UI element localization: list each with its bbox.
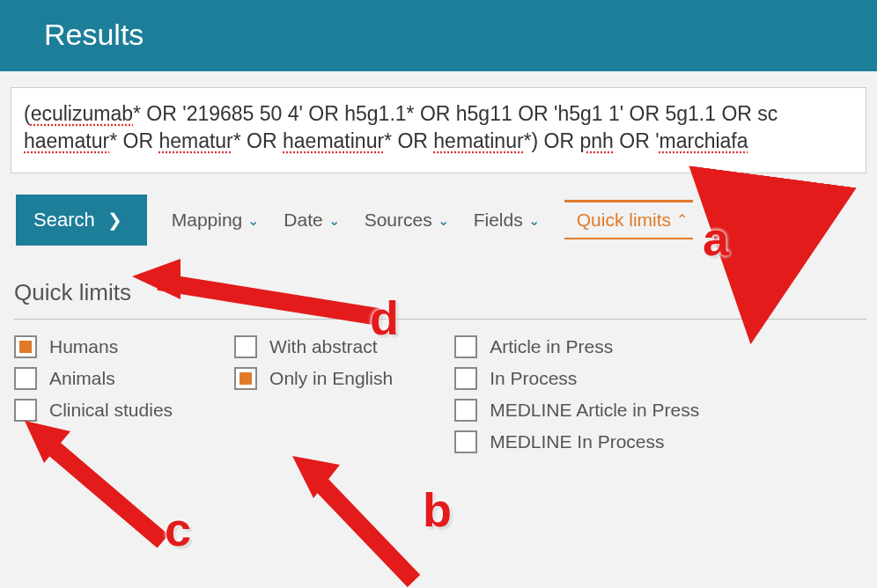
checkbox-icon[interactable] xyxy=(14,335,37,358)
quick-limits-panel: HumansAnimalsClinical studies With abstr… xyxy=(11,335,866,453)
checkbox-item[interactable]: Clinical studies xyxy=(14,399,173,422)
filter-label: Date xyxy=(284,209,322,231)
filter-date[interactable]: Date ⌄ xyxy=(284,209,339,231)
checkbox-label: Humans xyxy=(49,336,118,357)
checkbox-item[interactable]: MEDLINE In Process xyxy=(454,430,699,453)
checkbox-icon[interactable] xyxy=(14,399,37,422)
annotation-arrow-b xyxy=(282,440,458,588)
query-text: eculizumab xyxy=(31,102,133,125)
search-query-box[interactable]: (eculizumab* OR '219685 50 4' OR h5g1.1*… xyxy=(11,87,866,173)
query-text: * OR xyxy=(384,129,433,152)
content-area: (eculizumab* OR '219685 50 4' OR h5g1.1*… xyxy=(0,71,877,453)
filter-mapping[interactable]: Mapping ⌄ xyxy=(172,209,260,231)
filter-label: Mapping xyxy=(172,209,243,231)
checkbox-item[interactable]: MEDLINE Article in Press xyxy=(454,399,699,422)
query-text: haematinur xyxy=(283,129,384,152)
divider xyxy=(14,319,866,320)
query-text: ( xyxy=(24,102,31,125)
filter-row: Search ❯ Mapping ⌄ Date ⌄ Sources ⌄ Fiel… xyxy=(11,195,866,246)
checkbox-icon[interactable] xyxy=(454,367,477,390)
checkbox-icon[interactable] xyxy=(234,335,257,358)
panel-title: Quick limits xyxy=(14,279,866,306)
checkbox-column-2: With abstractOnly in English xyxy=(234,335,393,453)
filter-label: Sources xyxy=(365,209,432,231)
checkbox-icon[interactable] xyxy=(234,367,257,390)
checkbox-item[interactable]: Article in Press xyxy=(454,335,699,358)
checkbox-item[interactable]: Only in English xyxy=(234,367,393,390)
query-text: marchiafa xyxy=(660,129,748,152)
filter-ebm[interactable]: EBM xyxy=(723,209,763,231)
filter-label: EBM xyxy=(723,209,763,231)
query-text: haematur xyxy=(24,129,109,152)
query-text: hematur xyxy=(158,129,232,152)
filter-quick-limits[interactable]: Quick limits ⌃ xyxy=(564,200,693,239)
filter-label: Fields xyxy=(474,209,523,231)
chevron-down-icon: ⌄ xyxy=(328,212,340,229)
checkbox-label: MEDLINE In Process xyxy=(490,431,664,452)
search-button-label: Search xyxy=(33,209,95,232)
checkbox-label: With abstract xyxy=(269,336,378,357)
query-text: * OR '219685 50 4' OR h5g1.1* OR h5g11 O… xyxy=(133,102,778,125)
checkbox-label: In Process xyxy=(490,368,577,389)
checkbox-label: Clinical studies xyxy=(49,400,173,421)
chevron-up-icon: ⌃ xyxy=(676,211,688,228)
checkbox-icon[interactable] xyxy=(454,430,477,453)
checkbox-item[interactable]: In Process xyxy=(454,367,699,390)
checkbox-item[interactable]: Animals xyxy=(14,367,173,390)
chevron-down-icon: ⌄ xyxy=(528,212,540,229)
query-text: * OR xyxy=(233,129,283,152)
chevron-right-icon: ❯ xyxy=(107,211,122,229)
query-text: OR ' xyxy=(614,129,660,152)
checkbox-icon[interactable] xyxy=(14,367,37,390)
checkbox-label: Animals xyxy=(49,368,115,389)
page-title: Results xyxy=(44,18,144,51)
checkbox-icon[interactable] xyxy=(454,399,477,422)
query-text: hematinur xyxy=(433,129,523,152)
chevron-down-icon: ⌄ xyxy=(247,212,259,229)
annotation-label-b: b xyxy=(423,482,452,537)
checkbox-item[interactable]: Humans xyxy=(14,335,173,358)
search-button[interactable]: Search ❯ xyxy=(16,195,147,246)
checkbox-label: MEDLINE Article in Press xyxy=(490,400,699,421)
query-text: *) OR xyxy=(524,129,580,152)
filter-label: Quick limits xyxy=(577,209,671,231)
checkbox-column-1: HumansAnimalsClinical studies xyxy=(14,335,173,453)
checkbox-label: Only in English xyxy=(269,368,393,389)
annotation-label-c: c xyxy=(165,502,191,556)
filter-sources[interactable]: Sources ⌄ xyxy=(365,209,449,231)
checkbox-label: Article in Press xyxy=(490,336,613,357)
query-text: pnh xyxy=(580,129,614,152)
query-text: * OR xyxy=(109,129,158,152)
chevron-down-icon: ⌄ xyxy=(438,212,449,229)
checkbox-icon[interactable] xyxy=(454,335,477,358)
checkbox-column-3: Article in PressIn ProcessMEDLINE Articl… xyxy=(454,335,699,453)
page-header: Results xyxy=(0,0,877,71)
filter-fields[interactable]: Fields ⌄ xyxy=(474,209,540,231)
checkbox-item[interactable]: With abstract xyxy=(234,335,393,358)
